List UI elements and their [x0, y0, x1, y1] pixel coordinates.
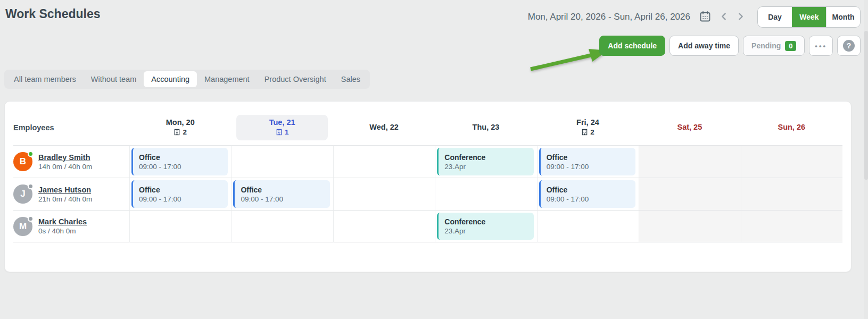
team-tabs: All team members Without team Accounting… — [4, 70, 370, 89]
schedule-cell[interactable]: Office 09:00 - 17:00 — [537, 178, 639, 210]
view-toggle: Day Week Month — [757, 6, 861, 28]
pending-count-badge: 0 — [785, 41, 796, 51]
view-day-button[interactable]: Day — [758, 7, 792, 27]
shift-block[interactable]: Office 09:00 - 17:00 — [131, 148, 228, 175]
vertical-scrollbar[interactable] — [864, 0, 868, 319]
shift-title: Office — [547, 186, 630, 194]
calendar-icon — [699, 10, 712, 24]
shift-block[interactable]: Conference 23.Apr — [437, 213, 533, 240]
schedule-grid: Employees Mon, 20 2 — [13, 110, 842, 242]
next-week-button[interactable] — [737, 12, 745, 22]
schedule-cell[interactable] — [231, 210, 333, 242]
avatar: M — [13, 217, 32, 236]
more-options-button[interactable]: ••• — [809, 36, 833, 56]
schedule-cell[interactable] — [333, 210, 435, 242]
shift-block[interactable]: Office 09:00 - 17:00 — [131, 180, 228, 208]
shift-title: Office — [139, 153, 222, 162]
date-toolbar: Mon, April 20, 2026 - Sun, April 26, 202… — [528, 6, 861, 28]
shift-block[interactable]: Office 09:00 - 17:00 — [539, 148, 635, 175]
schedule-cell[interactable]: Conference 23.Apr — [435, 145, 536, 178]
status-indicator — [28, 183, 34, 189]
day-header-mon-20: Mon, 20 2 — [129, 110, 231, 145]
shift-time: 09:00 - 17:00 — [241, 195, 324, 203]
pending-label: Pending — [751, 41, 781, 50]
shift-title: Office — [139, 186, 222, 194]
ellipsis-icon: ••• — [815, 42, 827, 50]
shift-title: Conference — [444, 217, 527, 226]
calendar-button[interactable] — [699, 10, 712, 24]
employee-hours: 0s / 40h 0m — [38, 227, 87, 235]
shift-title: Office — [241, 186, 324, 194]
date-range[interactable]: Mon, April 20, 2026 - Sun, April 26, 202… — [528, 12, 690, 22]
tab-sales[interactable]: Sales — [334, 71, 368, 87]
avatar: J — [13, 184, 32, 204]
day-header-wed-22: Wed, 22 — [333, 110, 435, 145]
tab-management[interactable]: Management — [197, 71, 257, 87]
tab-without-team[interactable]: Without team — [84, 71, 144, 87]
day-shift-count: 2 — [173, 128, 187, 136]
tab-product-oversight[interactable]: Product Oversight — [257, 71, 334, 87]
add-away-time-button[interactable]: Add away time — [669, 36, 739, 56]
status-indicator — [28, 151, 34, 157]
employee-name[interactable]: Mark Charles — [38, 217, 87, 226]
shift-block[interactable]: Office 09:00 - 17:00 — [233, 180, 329, 208]
shift-title: Office — [547, 153, 630, 162]
employee-name[interactable]: James Hutson — [38, 186, 92, 194]
pending-button[interactable]: Pending 0 — [743, 36, 805, 56]
schedule-cell[interactable]: Office 09:00 - 17:00 — [129, 145, 231, 178]
help-button[interactable]: ? — [837, 36, 861, 56]
chevron-left-icon — [720, 12, 728, 22]
employee-hours: 14h 0m / 40h 0m — [38, 163, 92, 171]
schedule-cell[interactable]: Office 09:00 - 17:00 — [129, 178, 231, 210]
schedule-cell[interactable] — [639, 178, 740, 210]
schedule-cell[interactable] — [231, 145, 333, 178]
employee-name[interactable]: Bradley Smith — [38, 153, 92, 162]
schedule-cell[interactable] — [741, 210, 842, 242]
day-shift-count: 2 — [581, 128, 594, 136]
schedule-cell[interactable]: Conference 23.Apr — [435, 210, 536, 242]
building-icon — [276, 129, 283, 136]
status-indicator — [28, 216, 34, 222]
schedule-cell[interactable] — [435, 178, 536, 210]
add-schedule-button[interactable]: Add schedule — [599, 36, 665, 56]
shift-time: 09:00 - 17:00 — [139, 195, 222, 203]
employees-header: Employees — [13, 110, 129, 145]
scrollbar-thumb[interactable] — [864, 31, 868, 180]
shift-time: 09:00 - 17:00 — [547, 195, 630, 203]
schedule-cell[interactable] — [333, 145, 435, 178]
employee-hours: 21h 0m / 40h 0m — [38, 195, 92, 203]
chevron-right-icon — [737, 12, 745, 22]
schedule-cell[interactable] — [741, 145, 842, 178]
prev-week-button[interactable] — [720, 12, 728, 22]
day-header-tue-21: Tue, 21 1 — [231, 110, 333, 145]
view-month-button[interactable]: Month — [826, 7, 860, 27]
page-title: Work Schedules — [5, 7, 101, 21]
view-week-button[interactable]: Week — [792, 7, 826, 27]
schedule-cell[interactable] — [639, 145, 740, 178]
shift-title: Conference — [444, 153, 527, 162]
shift-time: 23.Apr — [444, 227, 527, 235]
shift-block[interactable]: Conference 23.Apr — [437, 148, 533, 175]
shift-time: 23.Apr — [444, 163, 527, 171]
schedule-cell[interactable] — [639, 210, 740, 242]
schedule-cell[interactable]: Office 09:00 - 17:00 — [537, 145, 639, 178]
shift-block[interactable]: Office 09:00 - 17:00 — [539, 180, 635, 208]
shift-time: 09:00 - 17:00 — [547, 163, 630, 171]
day-header-fri-24: Fri, 24 2 — [537, 110, 639, 145]
employee-row-bradley-smith: B Bradley Smith 14h 0m / 40h 0m — [13, 145, 129, 178]
schedule-cell[interactable] — [537, 210, 639, 242]
building-icon — [173, 129, 180, 136]
day-header-sun-26: Sun, 26 — [741, 110, 842, 145]
schedule-cell[interactable] — [741, 178, 842, 210]
schedule-cell[interactable] — [333, 178, 435, 210]
tab-accounting[interactable]: Accounting — [144, 71, 197, 87]
schedule-cell[interactable]: Office 09:00 - 17:00 — [231, 178, 333, 210]
question-icon: ? — [843, 40, 855, 52]
avatar: B — [13, 152, 32, 171]
schedule-cell[interactable] — [129, 210, 231, 242]
day-header-sat-25: Sat, 25 — [639, 110, 740, 145]
tab-all-team-members[interactable]: All team members — [6, 71, 84, 87]
day-shift-count: 1 — [276, 128, 289, 136]
schedule-card: Employees Mon, 20 2 — [4, 101, 852, 272]
shift-time: 09:00 - 17:00 — [139, 163, 222, 171]
